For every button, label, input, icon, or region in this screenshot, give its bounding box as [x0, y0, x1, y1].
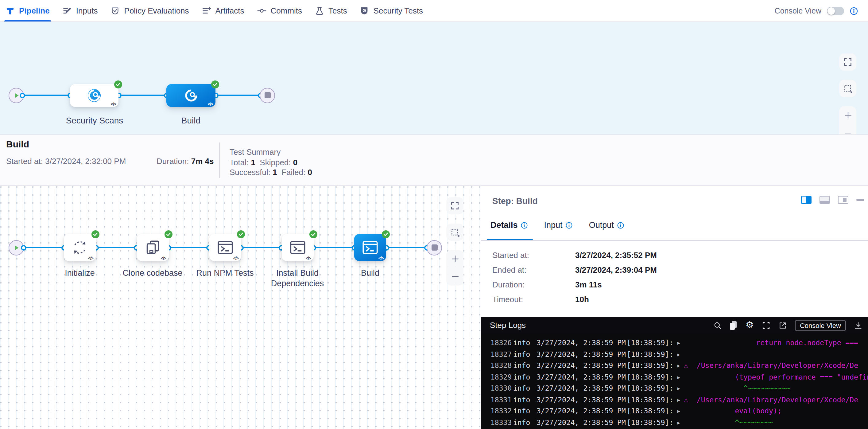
- marquee-select-icon: [843, 84, 852, 93]
- step-node-build-selected[interactable]: </>: [354, 234, 386, 261]
- code-view-icon: </>: [233, 256, 239, 261]
- stage-label[interactable]: Build: [154, 116, 228, 125]
- canvas-fullscreen-button[interactable]: [446, 197, 463, 214]
- expand-arrow-icon[interactable]: ▸: [677, 371, 681, 382]
- tab-input[interactable]: Input: [544, 220, 573, 230]
- stage-edge: [23, 95, 260, 96]
- step-node-clone-codebase[interactable]: </>: [136, 234, 168, 261]
- expand-arrow-icon[interactable]: ▸: [677, 360, 681, 371]
- check-icon: [93, 232, 98, 237]
- artifacts-icon: [202, 6, 211, 16]
- tab-policy-evaluations[interactable]: Policy Evaluations: [111, 0, 189, 22]
- tab-label: Inputs: [76, 6, 98, 16]
- tab-label: Artifacts: [215, 6, 244, 16]
- step-logs-console[interactable]: 18326info3/27/2024, 2:38:59 PM[18:38:59]…: [481, 334, 868, 429]
- console-view-toggle[interactable]: [827, 6, 844, 15]
- commit-icon: [257, 6, 267, 16]
- expand-arrow-icon[interactable]: ▸: [677, 382, 681, 394]
- code-view-icon: </>: [161, 256, 166, 261]
- success-badge: [211, 80, 219, 88]
- fullscreen-icon: [451, 202, 459, 210]
- layout-bottom-view-icon[interactable]: [819, 196, 830, 204]
- terminal-icon: [362, 240, 378, 255]
- check-icon: [383, 232, 389, 237]
- expand-arrow-icon[interactable]: ▸: [677, 337, 681, 348]
- step-graph-canvas[interactable]: </> </> </> </> </>: [0, 186, 480, 429]
- tab-security-tests[interactable]: Security Tests: [360, 0, 423, 22]
- terminal-icon: [289, 240, 305, 255]
- console-view-button[interactable]: Console View: [795, 320, 846, 331]
- canvas-marquee-select-button[interactable]: [446, 223, 463, 241]
- copy-icon[interactable]: [730, 321, 738, 330]
- success-badge: [164, 230, 172, 238]
- step-label[interactable]: Install Build Dependencies: [267, 268, 328, 289]
- log-line: 18329info3/27/2024, 2:38:59 PM[18:38:59]…: [481, 371, 868, 382]
- zoom-in-button[interactable]: [446, 251, 463, 267]
- tab-pipeline[interactable]: Pipeline: [5, 0, 50, 22]
- info-icon[interactable]: [566, 221, 573, 229]
- stage-summary-band: Build Started at: 3/27/2024, 2:32:00 PM …: [0, 134, 868, 186]
- step-node-install-build-dependencies[interactable]: </>: [281, 234, 313, 261]
- info-icon[interactable]: [521, 221, 528, 229]
- inputs-icon: [63, 6, 72, 16]
- expand-logs-icon[interactable]: [762, 321, 770, 330]
- step-label[interactable]: Build: [333, 268, 407, 278]
- expand-arrow-icon[interactable]: ▸: [677, 405, 681, 417]
- duration-text: Duration: 7m 4s: [157, 157, 214, 166]
- step-label[interactable]: Run NPM Tests: [188, 268, 262, 278]
- graph-fullscreen-button[interactable]: [839, 54, 856, 71]
- open-external-icon[interactable]: [778, 321, 787, 330]
- tab-details[interactable]: Details: [491, 220, 528, 230]
- step-details-panel: Step: Build Details Input Output: [480, 186, 868, 429]
- search-icon[interactable]: [714, 321, 722, 330]
- step-node-initialize[interactable]: </>: [64, 234, 96, 261]
- step-node-run-npm-tests[interactable]: </>: [209, 234, 241, 261]
- check-icon: [115, 81, 121, 87]
- success-badge: [114, 80, 122, 88]
- stop-icon: [431, 244, 437, 251]
- expand-arrow-icon[interactable]: ▸: [677, 394, 681, 405]
- tab-tests[interactable]: Tests: [315, 0, 347, 22]
- zoom-in-button[interactable]: [839, 107, 856, 123]
- stage-label[interactable]: Security Scans: [58, 116, 131, 125]
- minimize-icon[interactable]: [856, 199, 864, 201]
- zoom-out-button[interactable]: [839, 125, 856, 134]
- panel-layout-controls: [801, 196, 864, 204]
- initialize-refresh-icon: [72, 240, 88, 255]
- log-line: 18326info3/27/2024, 2:38:59 PM[18:38:59]…: [481, 337, 868, 348]
- stage-node-security-scans[interactable]: </>: [70, 84, 119, 106]
- toggle-knob: [828, 7, 835, 14]
- layout-drawer-view-icon[interactable]: [838, 196, 848, 204]
- stage-node-build-selected[interactable]: </>: [166, 84, 215, 106]
- success-badge: [91, 230, 99, 238]
- info-icon[interactable]: [617, 221, 624, 229]
- tab-output[interactable]: Output: [589, 220, 624, 230]
- expand-arrow-icon[interactable]: ▸: [677, 348, 681, 360]
- zoom-out-button[interactable]: [446, 268, 463, 285]
- info-icon[interactable]: [849, 6, 858, 15]
- tab-commits[interactable]: Commits: [257, 0, 302, 22]
- test-summary-row1: Total: 1 Skipped: 0: [229, 158, 298, 167]
- stage-graph-canvas[interactable]: </> </> Security Scans Build: [0, 22, 868, 134]
- success-badge: [237, 230, 245, 238]
- stage-title: Build: [6, 139, 29, 149]
- check-icon: [212, 81, 218, 87]
- graph-marquee-select-button[interactable]: [839, 80, 856, 97]
- step-label[interactable]: Clone codebase: [116, 268, 189, 278]
- expand-arrow-icon[interactable]: ▸: [677, 417, 681, 428]
- warning-icon: ⚠: [684, 360, 688, 371]
- layout-split-view-icon[interactable]: [801, 196, 811, 204]
- tab-artifacts[interactable]: Artifacts: [202, 0, 244, 22]
- code-view-icon: </>: [111, 102, 116, 106]
- code-view-icon: </>: [378, 256, 384, 261]
- scan-icon: [88, 89, 101, 102]
- step-label[interactable]: Initialize: [43, 268, 117, 278]
- download-logs-icon[interactable]: [854, 321, 863, 330]
- security-scan-stage-icon: [88, 89, 101, 102]
- tab-inputs[interactable]: Inputs: [63, 0, 98, 22]
- scan-icon: [184, 89, 197, 102]
- check-icon: [165, 232, 171, 237]
- code-view-icon: </>: [88, 256, 93, 261]
- settings-gear-icon[interactable]: ⚙: [746, 320, 754, 330]
- flask-icon: [315, 6, 324, 16]
